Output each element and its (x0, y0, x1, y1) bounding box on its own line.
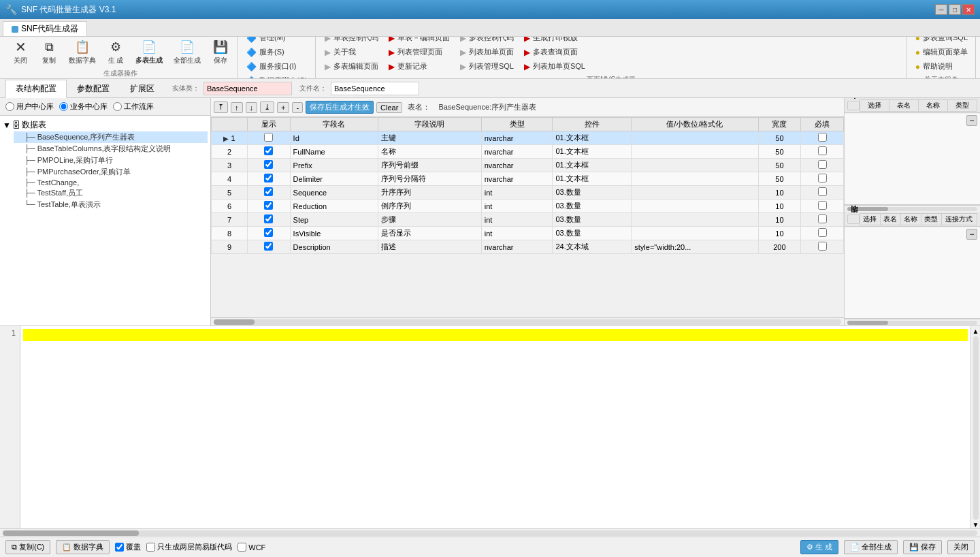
tree-root[interactable]: ▼ 🗄 数据表 (3, 118, 208, 131)
scroll-up-btn[interactable]: ▲ (973, 328, 979, 335)
table-row[interactable]: 9 Description 描述 nvarchar 24.文本域 style="… (212, 240, 844, 254)
radio-user-center[interactable]: 用户中心库 (5, 101, 54, 112)
tab-extend[interactable]: 扩展区 (120, 80, 165, 97)
cell-required[interactable] (801, 131, 844, 145)
cell-display[interactable] (247, 213, 290, 227)
cell-display[interactable] (247, 227, 290, 240)
table-row[interactable]: ▶ 1 Id 主键 nvarchar 01.文本框 50 (212, 131, 844, 145)
status-simple-mode-check[interactable]: 只生成两层简易版代码 (146, 542, 232, 552)
required-checkbox[interactable] (818, 201, 827, 210)
table-horizontal-scrollbar[interactable] (211, 317, 844, 325)
tab-structure[interactable]: 表结构配置 (5, 80, 67, 98)
save-generate-button[interactable]: 保存后生成才生效 (306, 101, 374, 114)
status-copy-button[interactable]: ⧉ 复制(C) (5, 540, 50, 554)
table-row[interactable]: 6 Reduction 倒序序列 int 03.数量 10 (212, 200, 844, 213)
toolbar-gen-all-button[interactable]: 📄 全部生成 (169, 37, 206, 67)
table-row[interactable]: 7 Step 步骤 int 03.数量 10 (212, 213, 844, 227)
minimize-button[interactable]: ─ (935, 4, 947, 15)
cell-required[interactable] (801, 200, 844, 213)
display-checkbox[interactable] (264, 174, 273, 182)
clear-button[interactable]: Clear (376, 102, 402, 113)
detail-table-remove-button[interactable]: − (966, 229, 977, 240)
table-row[interactable]: 8 IsVisible 是否显示 int 03.数量 10 (212, 227, 844, 240)
tree-item-teststaff[interactable]: ├─ TestStaff,员工 (14, 187, 208, 199)
toolbar-col-single-sql-button[interactable]: ▶ 更新记录 (384, 60, 455, 74)
move-top-button[interactable]: ⤒ (214, 101, 228, 113)
display-checkbox[interactable] (264, 214, 273, 223)
toolbar-service-s-button[interactable]: 🔷 服务(S) (242, 46, 312, 59)
status-close-button[interactable]: 关闭 (947, 540, 975, 554)
cell-required[interactable] (801, 186, 844, 200)
toolbar-manage-m-button[interactable]: 🔷 管理(M) (242, 37, 312, 45)
display-checkbox[interactable] (264, 187, 273, 196)
cell-required[interactable] (801, 172, 844, 186)
toolbar-multi-gen-button[interactable]: 📄 多表生成 (131, 37, 167, 67)
toolbar-col-add-single-button[interactable]: ▶ 列表管理页面 (384, 46, 455, 59)
display-checkbox[interactable] (264, 201, 273, 210)
toolbar-help-button[interactable]: ● 帮助说明 (911, 60, 973, 74)
cell-required[interactable] (801, 159, 844, 172)
toolbar-print-version-button[interactable]: ▶ 生成打印模版 (519, 37, 590, 45)
required-checkbox[interactable] (818, 187, 827, 196)
cell-display[interactable] (247, 240, 290, 254)
table-row[interactable]: 3 Prefix 序列号前缀 nvarchar 01.文本框 50 (212, 159, 844, 172)
toolbar-single-ctrl-button[interactable]: ▶ 单表控制代码 (320, 37, 383, 45)
status-dict-button[interactable]: 📋 数据字典 (56, 540, 110, 554)
tree-item-baseseq[interactable]: ├─ BaseSequence,序列产生器表 (14, 131, 208, 143)
side-horizontal-scrollbar-2[interactable] (845, 319, 980, 325)
move-bottom-button[interactable]: ⤓ (260, 101, 274, 113)
cell-display[interactable] (247, 159, 290, 172)
close-button[interactable]: ✕ (962, 4, 975, 15)
tab-params[interactable]: 参数配置 (67, 80, 120, 97)
status-gen-all-button[interactable]: 📄 全部生成 (844, 540, 898, 554)
move-up-button[interactable]: ↑ (231, 102, 243, 113)
maximize-button[interactable]: □ (949, 4, 961, 15)
table-row[interactable]: 4 Delimiter 序列号分隔符 nvarchar 01.文本框 50 (212, 172, 844, 186)
required-checkbox[interactable] (818, 228, 827, 237)
tree-item-basetable[interactable]: ├─ BaseTableColumns,表字段结构定义说明 (14, 143, 208, 155)
toolbar-multi-ctrl-button[interactable]: ▶ 多表控制代码 (455, 37, 519, 45)
entity-input[interactable] (203, 82, 292, 95)
toolbar-copy-button[interactable]: ⧉ 复制 (35, 37, 63, 67)
scroll-down-btn[interactable]: ▼ (973, 521, 979, 528)
app-tab-snf[interactable]: SNF代码生成器 (3, 21, 87, 36)
toolbar-multi-edit-button[interactable]: ▶ 多表查询页面 (519, 46, 590, 59)
required-checkbox[interactable] (818, 133, 827, 142)
main-table-remove-button[interactable]: − (966, 115, 977, 126)
display-checkbox[interactable] (264, 160, 273, 169)
status-cover-check[interactable]: 覆盖 (115, 542, 141, 552)
display-checkbox[interactable] (264, 242, 273, 251)
table-scroll-wrap[interactable]: 显示 字段名 字段说明 类型 控件 值/小数位/格式化 宽度 必填 (211, 117, 844, 317)
status-wcf-check[interactable]: WCF (238, 543, 265, 552)
toolbar-single-edit-button[interactable]: ▶ 单表－编辑页面 (384, 37, 455, 45)
radio-workflow[interactable]: 工作流库 (113, 101, 154, 112)
toolbar-col-manage-sql-button[interactable]: ▶ 多表编辑页面 (320, 60, 383, 74)
table-row[interactable]: 2 FullName 名称 nvarchar 01.文本框 50 (212, 145, 844, 159)
status-generate-button[interactable]: ⚙ 生 成 (800, 540, 838, 554)
cell-required[interactable] (801, 145, 844, 159)
required-checkbox[interactable] (818, 214, 827, 223)
cell-required[interactable] (801, 227, 844, 240)
tree-item-testtable[interactable]: └─ TestTable,单表演示 (14, 199, 208, 210)
add-row-button[interactable]: + (277, 102, 289, 113)
toolbar-update-button[interactable]: ● 编辑页面菜单 (911, 46, 973, 59)
display-checkbox[interactable] (264, 133, 273, 142)
cell-display[interactable] (247, 186, 290, 200)
move-down-button[interactable]: ↓ (246, 102, 258, 113)
cell-display[interactable] (247, 145, 290, 159)
status-save-button[interactable]: 💾 保存 (903, 540, 942, 554)
cell-required[interactable] (801, 213, 844, 227)
code-horizontal-scrollbar[interactable] (0, 528, 980, 537)
code-editor[interactable] (20, 326, 970, 528)
cell-display[interactable] (247, 131, 290, 145)
tree-item-pmpo[interactable]: ├─ PMPurchaseOrder,采购订单 (14, 166, 208, 178)
toolbar-dict-button[interactable]: 📋 数据字典 (64, 37, 101, 67)
toolbar-about-button[interactable]: ● 多表查询SQL (911, 37, 973, 45)
toolbar-save-button[interactable]: 💾 保存 (207, 37, 234, 67)
toolbar-multi-query-sql-button[interactable]: ▶ 列表管理SQL (455, 60, 519, 74)
required-checkbox[interactable] (818, 174, 827, 182)
toolbar-close-button[interactable]: ✕ 关闭 (7, 37, 34, 67)
vertical-scrollbar[interactable]: ▲ ▼ (970, 326, 980, 528)
required-checkbox[interactable] (818, 242, 827, 251)
side-horizontal-scrollbar-1[interactable] (845, 205, 980, 212)
